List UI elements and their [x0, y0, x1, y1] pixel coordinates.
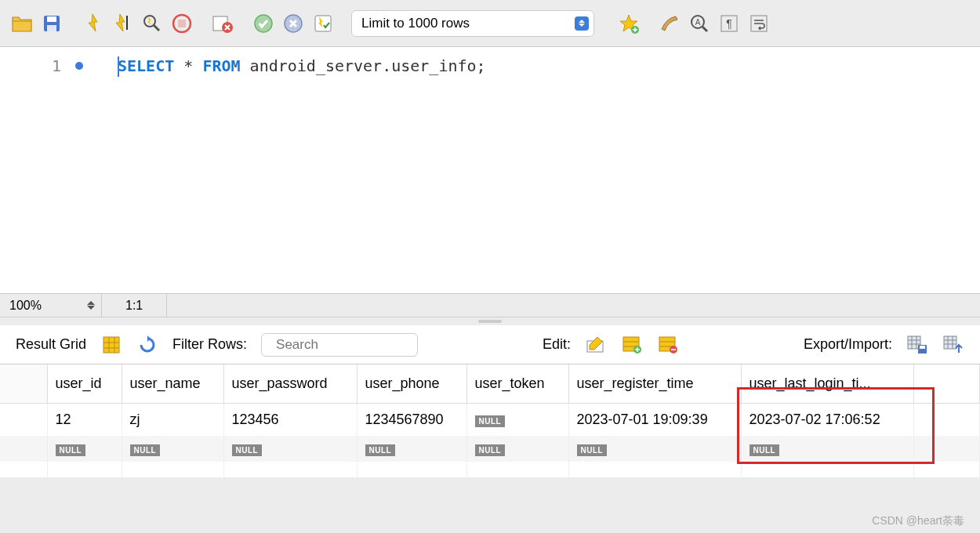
- result-grid-title: Result Grid: [16, 336, 86, 353]
- wrap-icon[interactable]: [746, 11, 771, 36]
- select-arrows-icon: [575, 16, 589, 31]
- edit-label: Edit:: [543, 336, 571, 353]
- invisible-chars-icon[interactable]: ¶: [717, 11, 742, 36]
- svg-rect-18: [103, 337, 119, 353]
- beautify-icon[interactable]: [657, 11, 682, 36]
- zoom-spinner-icon[interactable]: [87, 301, 95, 310]
- commit-icon[interactable]: [251, 11, 276, 36]
- breakpoint-dot-icon[interactable]: [75, 62, 83, 70]
- row-limit-select[interactable]: Limit to 1000 rows: [351, 10, 594, 37]
- editor-code[interactable]: SELECT * FROM android_server.user_info;: [102, 47, 980, 293]
- cell-user-register-time[interactable]: 2023-07-01 19:09:39: [568, 404, 741, 437]
- cell-user-name[interactable]: zj: [122, 404, 223, 437]
- filter-search-input[interactable]: [276, 337, 442, 353]
- editor-status-bar: 100% 1:1: [0, 294, 980, 317]
- explain-icon[interactable]: [140, 11, 165, 36]
- sql-editor[interactable]: 1 SELECT * FROM android_server.user_info…: [0, 47, 980, 294]
- row-limit-label: Limit to 1000 rows: [361, 16, 470, 31]
- execute-icon[interactable]: [80, 11, 105, 36]
- sql-keyword-from: FROM: [202, 56, 240, 75]
- col-header-user-token[interactable]: user_token: [466, 364, 568, 404]
- open-file-icon[interactable]: [9, 11, 34, 36]
- autocommit-icon[interactable]: [310, 11, 336, 36]
- col-header-user-name[interactable]: user_name: [122, 364, 223, 404]
- col-header-user-register-time[interactable]: user_register_time: [568, 364, 741, 404]
- svg-text:¶: ¶: [726, 17, 732, 30]
- table-header-row: user_id user_name user_password user_pho…: [0, 364, 980, 404]
- find-icon[interactable]: A: [687, 11, 712, 36]
- table-row[interactable]: 12 zj 123456 1234567890 NULL 2023-07-01 …: [0, 404, 980, 437]
- cell-user-phone[interactable]: 1234567890: [357, 404, 466, 437]
- result-toolbar: Result Grid Filter Rows: Edit: Export/Im…: [0, 325, 980, 364]
- result-grid[interactable]: user_id user_name user_password user_pho…: [0, 364, 980, 477]
- line-number: 1: [52, 56, 61, 75]
- watermark-text: CSDN @heart荼毒: [872, 514, 964, 528]
- delete-row-icon[interactable]: [657, 334, 679, 356]
- execute-cursor-icon[interactable]: [110, 11, 135, 36]
- export-icon[interactable]: [906, 334, 928, 356]
- import-icon[interactable]: [942, 334, 964, 356]
- add-row-icon[interactable]: [621, 334, 643, 356]
- cell-user-password[interactable]: 123456: [223, 404, 357, 437]
- col-header-user-id[interactable]: user_id: [47, 364, 122, 404]
- svg-rect-28: [944, 336, 956, 349]
- col-header-user-phone[interactable]: user_phone: [357, 364, 466, 404]
- export-import-label: Export/Import:: [804, 336, 892, 353]
- cursor-position: 1:1: [102, 294, 167, 317]
- stop-icon[interactable]: [169, 11, 194, 36]
- row-number-header: [0, 364, 47, 404]
- pane-splitter[interactable]: [0, 317, 980, 325]
- svg-rect-3: [126, 16, 128, 30]
- stop-script-icon[interactable]: [210, 11, 235, 36]
- rollback-icon[interactable]: [281, 11, 306, 36]
- editor-gutter: 1: [0, 47, 102, 293]
- filter-rows-label: Filter Rows:: [172, 336, 247, 353]
- cell-user-token[interactable]: NULL: [466, 404, 568, 437]
- svg-rect-2: [47, 25, 56, 31]
- refresh-icon[interactable]: [136, 334, 158, 356]
- table-row-blank: [0, 462, 980, 477]
- svg-rect-27: [920, 346, 925, 349]
- zoom-control[interactable]: 100%: [0, 294, 102, 317]
- save-icon[interactable]: [39, 11, 64, 36]
- zoom-value: 100%: [9, 299, 42, 313]
- sql-keyword-select: SELECT: [118, 56, 174, 75]
- col-header-user-password[interactable]: user_password: [223, 364, 357, 404]
- filter-search-box[interactable]: [261, 333, 418, 357]
- table-row-empty[interactable]: NULL NULL NULL NULL NULL NULL NULL: [0, 436, 980, 462]
- svg-rect-1: [47, 16, 56, 22]
- grid-view-icon[interactable]: [100, 334, 122, 356]
- col-header-user-last-login-time[interactable]: user_last_login_ti...: [741, 364, 913, 404]
- cell-user-last-login-time[interactable]: 2023-07-02 17:06:52: [741, 404, 913, 437]
- favorite-icon[interactable]: [616, 11, 641, 36]
- svg-rect-6: [178, 20, 186, 27]
- cell-user-id[interactable]: 12: [47, 404, 122, 437]
- svg-text:A: A: [695, 18, 701, 27]
- main-toolbar: Limit to 1000 rows A ¶: [0, 0, 980, 47]
- edit-row-icon[interactable]: [585, 334, 607, 356]
